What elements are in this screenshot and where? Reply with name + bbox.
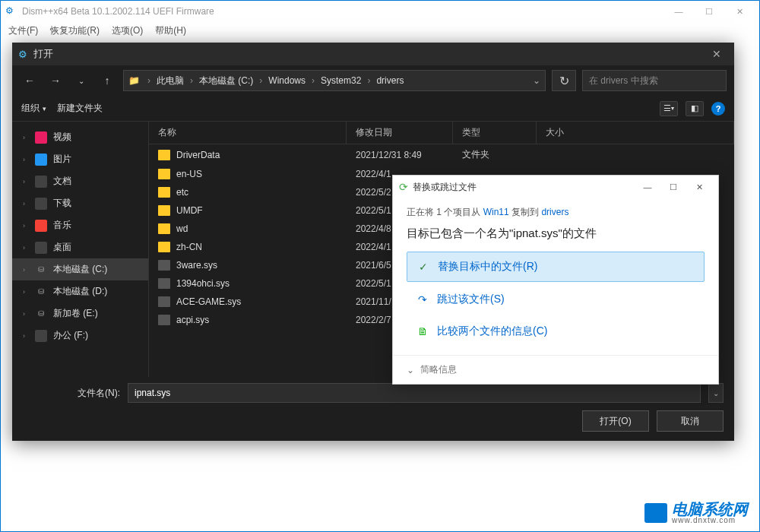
breadcrumb-dropdown[interactable]: ⌄: [533, 75, 540, 86]
dialog-footer: 文件名(N): ipnat.sys ⌄ 打开(O) 取消: [12, 377, 734, 441]
sidebar-item[interactable]: ›音乐: [12, 214, 148, 236]
option-replace[interactable]: ✓ 替换目标中的文件(R): [407, 252, 705, 282]
sidebar-item[interactable]: ›⛁本地磁盘 (D:): [12, 280, 148, 302]
sidebar-item[interactable]: ›文档: [12, 170, 148, 192]
sidebar-item[interactable]: ›视频: [12, 126, 148, 148]
filetype-dropdown[interactable]: ⌄: [708, 383, 724, 403]
close-button[interactable]: ✕: [724, 1, 755, 22]
chevron-icon: ›: [23, 266, 29, 274]
sidebar-label: 图片: [53, 153, 71, 166]
up-button[interactable]: ↑: [97, 71, 117, 90]
folder-icon: [158, 242, 170, 252]
crumb-c[interactable]: 本地磁盘 (C:): [198, 74, 255, 87]
transfer-icon: ⟳: [399, 181, 408, 193]
menu-help[interactable]: 帮助(H): [150, 23, 191, 39]
menu-file[interactable]: 文件(F): [4, 23, 43, 39]
file-date: 2021/12/31 8:49: [347, 150, 453, 160]
conflict-minimize[interactable]: ―: [635, 182, 660, 192]
location-icon: [35, 154, 47, 166]
gear-icon: ⚙: [18, 49, 27, 60]
location-icon: ⛁: [35, 264, 47, 276]
location-icon: [35, 330, 47, 342]
option-skip[interactable]: ↷ 跳过该文件(S): [407, 285, 705, 314]
file-name: ACE-GAME.sys: [176, 296, 241, 307]
menu-recovery[interactable]: 恢复功能(R): [46, 23, 104, 39]
col-type[interactable]: 类型: [453, 122, 537, 144]
chevron-icon: ›: [23, 310, 29, 318]
folder-icon: [158, 205, 170, 216]
cancel-button[interactable]: 取消: [657, 410, 724, 432]
main-menubar: 文件(F) 恢复功能(R) 选项(O) 帮助(H): [1, 22, 759, 39]
sidebar-item[interactable]: ›下载: [12, 192, 148, 214]
minimize-button[interactable]: ―: [663, 1, 694, 22]
location-icon: [35, 198, 47, 210]
column-headers: 名称 修改日期 类型 大小: [149, 122, 734, 144]
file-name: wd: [176, 223, 188, 234]
file-name: acpi.sys: [176, 315, 209, 325]
dialog-close-button[interactable]: ✕: [705, 48, 728, 60]
sidebar-label: 下载: [53, 197, 71, 210]
watermark-url: www.dnxtw.com: [672, 517, 748, 524]
dialog-toolbar: 组织 ▾ 新建文件夹 ☰ ▾ ◧ ?: [12, 96, 734, 122]
crumb-pc[interactable]: 此电脑: [155, 74, 185, 87]
forward-button[interactable]: →: [46, 71, 65, 90]
conflict-status: 正在将 1 个项目从 Win11 复制到 drivers: [407, 206, 705, 219]
sidebar-item[interactable]: ›图片: [12, 148, 148, 170]
file-icon: [158, 260, 170, 271]
filename-input[interactable]: ipnat.sys: [128, 383, 701, 403]
newfolder-button[interactable]: 新建文件夹: [57, 102, 103, 115]
menu-options[interactable]: 选项(O): [107, 23, 147, 39]
file-name: zh-CN: [176, 242, 202, 252]
file-name: UMDF: [176, 205, 203, 216]
crumb-drivers[interactable]: drivers: [375, 75, 405, 86]
sidebar: ›视频›图片›文档›下载›音乐›桌面›⛁本地磁盘 (C:)›⛁本地磁盘 (D:)…: [12, 122, 149, 377]
location-icon: [35, 131, 47, 144]
organize-button[interactable]: 组织 ▾: [21, 102, 46, 115]
app-icon: ⚙: [5, 5, 17, 17]
view-mode-button[interactable]: ☰ ▾: [660, 101, 678, 116]
maximize-button[interactable]: ☐: [694, 1, 724, 22]
conflict-title: 替换或跳过文件: [413, 181, 635, 194]
sidebar-item[interactable]: ›⛁新加卷 (E:): [12, 302, 148, 325]
crumb-system32[interactable]: System32: [319, 75, 363, 86]
search-input[interactable]: 在 drivers 中搜索: [582, 70, 727, 91]
conflict-dialog: ⟳ 替换或跳过文件 ― ☐ ✕ 正在将 1 个项目从 Win11 复制到 dri…: [392, 175, 719, 385]
open-button[interactable]: 打开(O): [582, 410, 649, 432]
conflict-close[interactable]: ✕: [686, 182, 712, 192]
preview-pane-button[interactable]: ◧: [686, 101, 704, 116]
recent-button[interactable]: ⌄: [71, 71, 91, 90]
watermark: 电脑系统网 www.dnxtw.com: [644, 502, 748, 524]
folder-icon: 📁: [128, 75, 140, 86]
sidebar-item[interactable]: ›⛁本地磁盘 (C:): [12, 258, 148, 280]
col-name[interactable]: 名称: [149, 122, 347, 144]
sidebar-item[interactable]: ›桌面: [12, 236, 148, 258]
filename-label: 文件名(N):: [23, 387, 120, 400]
main-titlebar: ⚙ Dism++x64 Beta 10.1.2002.114 UEFI Firm…: [1, 1, 759, 22]
skip-icon: ↷: [416, 293, 429, 306]
sidebar-label: 办公 (F:): [53, 329, 88, 342]
refresh-button[interactable]: ↻: [552, 70, 576, 91]
conflict-maximize[interactable]: ☐: [660, 182, 686, 192]
back-button[interactable]: ←: [20, 71, 40, 90]
source-link[interactable]: Win11: [483, 207, 509, 217]
location-icon: [35, 176, 47, 188]
col-size[interactable]: 大小: [537, 122, 734, 144]
option-compare[interactable]: 🗎 比较两个文件的信息(C): [407, 317, 705, 346]
conflict-footer[interactable]: ⌄ 简略信息: [393, 355, 718, 384]
dest-link[interactable]: drivers: [541, 207, 568, 217]
file-icon: [158, 315, 170, 325]
breadcrumb[interactable]: 📁 › 此电脑› 本地磁盘 (C:)› Windows› System32› d…: [123, 70, 546, 91]
col-date[interactable]: 修改日期: [347, 122, 453, 144]
watermark-name: 电脑系统网: [672, 502, 748, 517]
chevron-icon: ›: [23, 134, 29, 141]
crumb-windows[interactable]: Windows: [267, 75, 307, 86]
chevron-icon: ›: [23, 178, 29, 185]
folder-icon: [158, 187, 170, 198]
conflict-heading: 目标已包含一个名为"ipnat.sys"的文件: [407, 226, 705, 241]
sidebar-item[interactable]: ›办公 (F:): [12, 325, 148, 347]
list-item[interactable]: DriverData2021/12/31 8:49文件夹: [149, 144, 734, 165]
sidebar-label: 本地磁盘 (D:): [53, 285, 107, 298]
sidebar-label: 本地磁盘 (C:): [53, 263, 107, 276]
help-icon[interactable]: ?: [711, 102, 725, 116]
file-icon: [158, 296, 170, 307]
